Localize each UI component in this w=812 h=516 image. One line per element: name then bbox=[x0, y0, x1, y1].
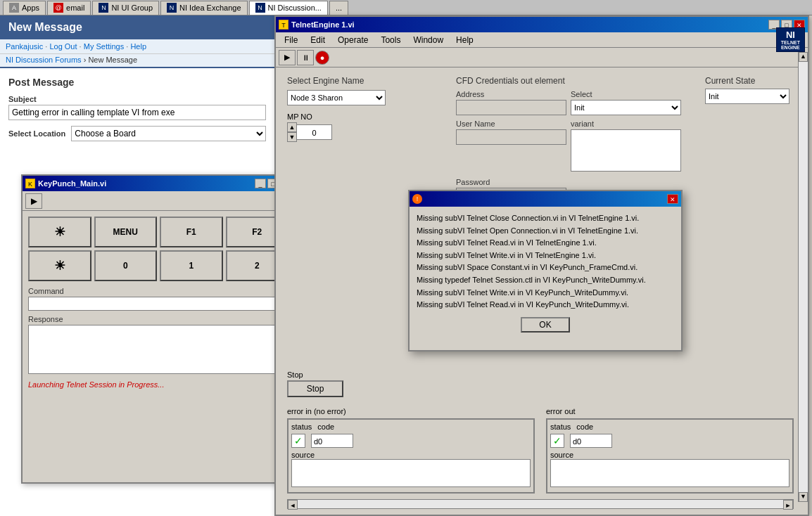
nav-pankajusic[interactable]: Pankajusic bbox=[6, 42, 43, 51]
menu-help[interactable]: Help bbox=[450, 34, 479, 46]
keypunch-content: ☀ MENU F1 F2 ☀ 0 1 2 Command Response La… bbox=[23, 211, 294, 394]
current-state-section: Current State Init bbox=[705, 76, 797, 104]
source-label-out: source bbox=[550, 451, 789, 459]
nav-help[interactable]: Help bbox=[130, 42, 146, 51]
zero-button[interactable]: 0 bbox=[94, 250, 158, 281]
keypunch-buttons-grid: ☀ MENU F1 F2 ☀ 0 1 2 bbox=[28, 217, 288, 281]
nav-bar: Pankajusic · Log Out · My Settings · Hel… bbox=[0, 39, 274, 54]
cfd-address-input[interactable] bbox=[456, 100, 566, 115]
ni-icon-2: N bbox=[167, 3, 177, 13]
stepper-arrows: ▲ ▼ bbox=[287, 122, 297, 142]
tab-more[interactable]: ... bbox=[329, 1, 348, 15]
new-message-header: New Message bbox=[0, 15, 274, 39]
cfd-variant-textarea[interactable] bbox=[571, 129, 681, 172]
tab-apps[interactable]: A Apps bbox=[3, 1, 46, 15]
telnet-stop-btn[interactable]: ● bbox=[315, 51, 329, 65]
location-select[interactable]: Choose a Board bbox=[71, 126, 266, 141]
tab-ni-idea[interactable]: N NI Idea Exchange bbox=[160, 1, 247, 15]
keypunch-titlebar: K KeyPunch_Main.vi _ □ ✕ bbox=[23, 176, 294, 191]
current-state-select[interactable]: Init bbox=[705, 89, 789, 104]
dialog-msg-5: Missing typedef Telnet Session.ctl in VI… bbox=[417, 274, 674, 287]
engine-name-select[interactable]: Node 3 Sharon bbox=[287, 90, 386, 105]
source-textarea-in[interactable] bbox=[291, 459, 531, 487]
tab-email[interactable]: @ email bbox=[47, 1, 91, 15]
telnet-titlebar: T TelnetEngine 1.vi _ □ ✕ bbox=[276, 17, 808, 32]
error-out-check: ✓ bbox=[550, 434, 564, 448]
menu-window[interactable]: Window bbox=[407, 34, 449, 46]
engine-name-row: Node 3 Sharon bbox=[287, 90, 442, 105]
stepper-down[interactable]: ▼ bbox=[287, 132, 297, 142]
error-in-check: ✓ bbox=[291, 434, 305, 448]
tab-ni-ui[interactable]: N NI UI Group bbox=[92, 1, 159, 15]
dialog-titlebar: ! ✕ bbox=[410, 191, 681, 207]
cfd-variant-label: variant bbox=[571, 120, 681, 128]
error-in-box: status code ✓ d0 source bbox=[287, 418, 535, 494]
error-out-box: status code ✓ d0 source bbox=[546, 418, 794, 494]
source-label-in: source bbox=[291, 451, 531, 459]
menu-edit[interactable]: Edit bbox=[305, 34, 331, 46]
sun-low-button[interactable]: ☀ bbox=[28, 217, 91, 247]
dialog-close-button[interactable]: ✕ bbox=[667, 194, 678, 204]
hscroll-track[interactable] bbox=[298, 500, 783, 508]
dialog-icon: ! bbox=[412, 194, 422, 204]
telnet-title: TelnetEngine 1.vi bbox=[291, 20, 355, 29]
browser-tabbar: A Apps @ email N NI UI Group N NI Idea E… bbox=[0, 0, 812, 15]
subject-input[interactable] bbox=[8, 105, 266, 120]
f1-button[interactable]: F1 bbox=[160, 217, 223, 247]
tab-ni-discussion[interactable]: N NI Discussion... bbox=[249, 1, 328, 15]
one-button[interactable]: 1 bbox=[160, 250, 223, 281]
telnet-run-btn[interactable]: ▶ bbox=[279, 50, 296, 65]
response-textarea[interactable] bbox=[28, 325, 288, 374]
source-textarea-out[interactable] bbox=[550, 459, 789, 487]
breadcrumb-forums[interactable]: NI Discussion Forums bbox=[6, 56, 82, 64]
response-row: Response bbox=[28, 315, 288, 376]
dialog-msg-0: Missing subVI Telnet Close Connection.vi… bbox=[417, 212, 674, 225]
nav-logout[interactable]: Log Out bbox=[49, 42, 77, 51]
ni-icon-3: N bbox=[255, 3, 265, 13]
scroll-down-btn[interactable]: ▼ bbox=[799, 492, 808, 502]
error-in-row1: status code bbox=[291, 423, 531, 431]
keypunch-toolbar: ▶ bbox=[23, 191, 294, 211]
stop-button[interactable]: Stop bbox=[287, 380, 343, 397]
keypunch-window: K KeyPunch_Main.vi _ □ ✕ ▶ ☀ MENU F1 F2 … bbox=[21, 174, 296, 484]
sun-high-button[interactable]: ☀ bbox=[28, 250, 91, 281]
telnet-toolbar: ▶ ⏸ ● bbox=[276, 48, 808, 67]
dialog-ok-button[interactable]: OK bbox=[521, 317, 570, 333]
error-out-label: error out bbox=[546, 407, 794, 415]
engine-name-label: Select Engine Name bbox=[287, 76, 442, 86]
stop-section: Stop Stop bbox=[287, 370, 797, 397]
post-message-section: Post Message Subject Select Location Cho… bbox=[0, 68, 274, 155]
menu-tools[interactable]: Tools bbox=[375, 34, 406, 46]
run-button[interactable]: ▶ bbox=[25, 193, 42, 209]
menu-operate[interactable]: Operate bbox=[332, 34, 374, 46]
cfd-username-input[interactable] bbox=[456, 129, 566, 145]
stepper-up[interactable]: ▲ bbox=[287, 122, 297, 132]
hscroll-left[interactable]: ◄ bbox=[288, 500, 298, 510]
error-in-code: d0 bbox=[311, 434, 353, 448]
command-label: Command bbox=[28, 287, 288, 295]
cfd-username-label: User Name bbox=[456, 120, 566, 128]
minimize-button[interactable]: _ bbox=[255, 179, 266, 188]
command-input[interactable] bbox=[28, 297, 288, 311]
telnet-hscroll: ◄ ► bbox=[287, 499, 794, 509]
menu-file[interactable]: File bbox=[279, 34, 303, 46]
error-in-row2: ✓ d0 bbox=[291, 434, 531, 448]
ni-logo: NI TELNETENGINE bbox=[776, 27, 805, 52]
status-label-in: status bbox=[291, 423, 312, 431]
menu-button[interactable]: MENU bbox=[94, 217, 158, 247]
nav-settings[interactable]: My Settings bbox=[84, 42, 124, 51]
scroll-up-btn[interactable]: ▲ bbox=[799, 52, 808, 62]
telnet-pause-btn[interactable]: ⏸ bbox=[297, 50, 314, 65]
response-label: Response bbox=[28, 315, 288, 323]
cfd-title: CFD Credentials out element bbox=[456, 76, 681, 86]
cfd-username-cell: User Name bbox=[456, 120, 566, 174]
error-out-code: d0 bbox=[570, 434, 612, 448]
scroll-track[interactable] bbox=[799, 62, 808, 492]
hscroll-right[interactable]: ► bbox=[783, 500, 793, 510]
cfd-select-dropdown[interactable]: Init bbox=[571, 100, 681, 115]
engine-name-section: Select Engine Name Node 3 Sharon bbox=[287, 76, 442, 105]
telnet-left-col: Select Engine Name Node 3 Sharon MP NO ▲… bbox=[287, 76, 442, 148]
error-sections: error in (no error) status code ✓ d0 sou… bbox=[287, 407, 794, 494]
apps-icon: A bbox=[9, 3, 19, 13]
dialog-msg-2: Missing subVI Telnet Read.vi in VI Telne… bbox=[417, 237, 674, 250]
